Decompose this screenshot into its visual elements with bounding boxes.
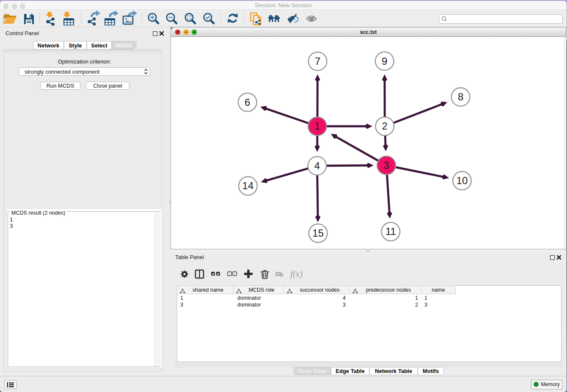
svg-text:10: 10	[457, 175, 468, 186]
svg-text:7: 7	[315, 55, 320, 67]
svg-text:15: 15	[312, 227, 324, 239]
svg-text:4: 4	[314, 160, 320, 171]
svg-text:f(x): f(x)	[290, 269, 303, 279]
svg-text:9: 9	[382, 55, 387, 67]
svg-text:8: 8	[458, 91, 463, 102]
svg-text:6: 6	[245, 97, 250, 108]
svg-text:3: 3	[383, 160, 389, 171]
svg-text:14: 14	[242, 180, 254, 191]
svg-text:11: 11	[385, 226, 396, 237]
svg-text:1: 1	[314, 120, 320, 132]
svg-text:2: 2	[382, 120, 388, 132]
